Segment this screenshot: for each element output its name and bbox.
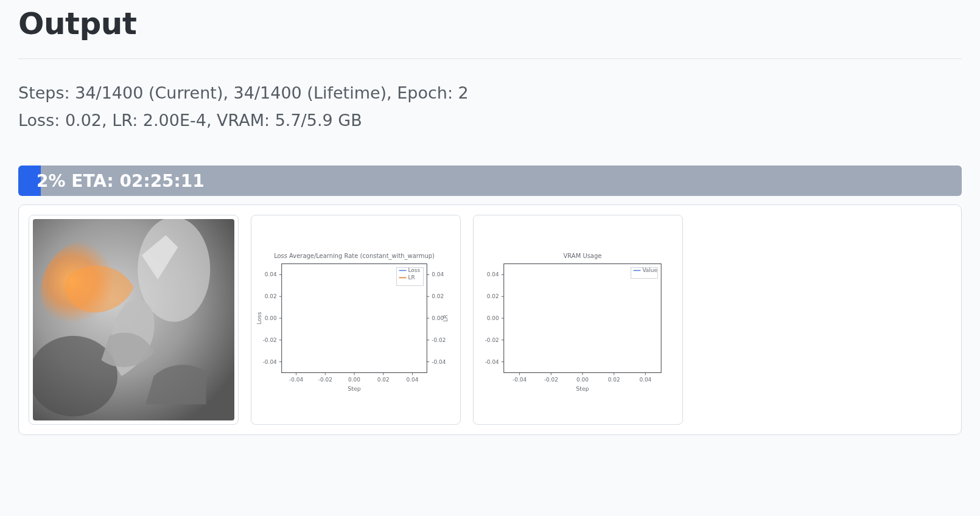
svg-text:0.02: 0.02 bbox=[265, 293, 277, 299]
sample-image bbox=[33, 219, 234, 420]
svg-text:-0.04: -0.04 bbox=[513, 377, 527, 383]
svg-text:0.02: 0.02 bbox=[377, 377, 390, 383]
output-gallery[interactable]: Loss Average/Learning Rate (constant_wit… bbox=[18, 204, 962, 435]
svg-text:-0.02: -0.02 bbox=[263, 337, 277, 343]
svg-rect-5 bbox=[282, 264, 427, 373]
svg-text:LR: LR bbox=[408, 274, 415, 281]
svg-text:-0.02: -0.02 bbox=[544, 377, 558, 383]
progress-label: 2% ETA: 02:25:11 bbox=[37, 166, 205, 196]
progress-bar: 2% ETA: 02:25:11 bbox=[18, 166, 962, 196]
svg-text:-0.04: -0.04 bbox=[485, 359, 499, 365]
vram-chart: VRAM Usage-0.04-0.020.000.020.04-0.04-0.… bbox=[474, 215, 682, 424]
svg-rect-45 bbox=[504, 264, 661, 373]
svg-text:0.02: 0.02 bbox=[487, 293, 499, 299]
svg-text:0.00: 0.00 bbox=[265, 315, 277, 321]
status-line-steps: Steps: 34/1400 (Current), 34/1400 (Lifet… bbox=[18, 80, 962, 107]
vram-chart-card[interactable]: VRAM Usage-0.04-0.020.000.020.04-0.04-0.… bbox=[473, 215, 683, 425]
svg-text:-0.02: -0.02 bbox=[318, 377, 332, 383]
svg-text:0.04: 0.04 bbox=[265, 272, 277, 278]
status-line-loss: Loss: 0.02, LR: 2.00E-4, VRAM: 5.7/5.9 G… bbox=[18, 107, 962, 134]
divider bbox=[18, 58, 962, 59]
svg-text:0.04: 0.04 bbox=[639, 377, 651, 383]
svg-text:Step: Step bbox=[576, 385, 589, 392]
svg-text:Loss: Loss bbox=[256, 312, 262, 325]
svg-text:0.02: 0.02 bbox=[432, 293, 444, 299]
sample-image-card[interactable] bbox=[29, 215, 239, 425]
svg-text:0.04: 0.04 bbox=[432, 272, 444, 278]
svg-text:0.00: 0.00 bbox=[348, 377, 360, 383]
svg-text:Loss Average/Learning Rate (co: Loss Average/Learning Rate (constant_wit… bbox=[274, 253, 435, 260]
svg-text:-0.02: -0.02 bbox=[485, 337, 499, 343]
svg-text:VRAM Usage: VRAM Usage bbox=[564, 253, 602, 259]
svg-text:Value: Value bbox=[642, 268, 657, 274]
output-panel: Output Steps: 34/1400 (Current), 34/1400… bbox=[0, 0, 980, 435]
svg-text:0.00: 0.00 bbox=[576, 377, 589, 383]
svg-point-2 bbox=[33, 336, 117, 416]
svg-text:0.04: 0.04 bbox=[487, 272, 499, 278]
svg-text:0.04: 0.04 bbox=[407, 377, 419, 383]
svg-text:-0.02: -0.02 bbox=[432, 337, 446, 343]
svg-text:Step: Step bbox=[348, 385, 361, 392]
svg-text:-0.04: -0.04 bbox=[289, 377, 303, 383]
svg-text:LR: LR bbox=[442, 315, 449, 322]
svg-text:0.02: 0.02 bbox=[608, 377, 620, 383]
training-status: Steps: 34/1400 (Current), 34/1400 (Lifet… bbox=[18, 80, 962, 134]
loss-lr-chart-card[interactable]: Loss Average/Learning Rate (constant_wit… bbox=[251, 215, 461, 425]
svg-text:0.00: 0.00 bbox=[487, 315, 499, 321]
loss-lr-chart: Loss Average/Learning Rate (constant_wit… bbox=[251, 215, 460, 424]
page-title: Output bbox=[18, 6, 962, 41]
svg-text:-0.04: -0.04 bbox=[432, 359, 446, 365]
svg-text:Loss: Loss bbox=[408, 268, 420, 274]
svg-text:-0.04: -0.04 bbox=[263, 359, 277, 365]
